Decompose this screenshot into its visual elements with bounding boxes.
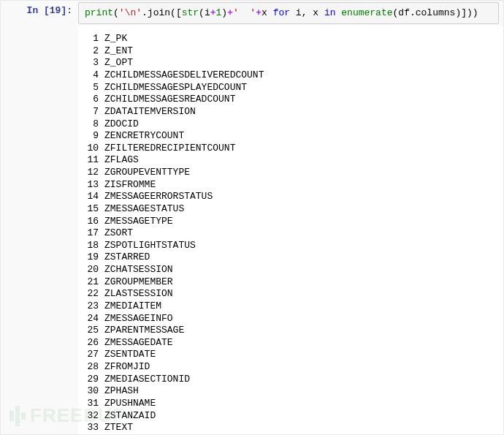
output-line-number: 5 <box>84 82 104 94</box>
output-line: 10ZFILTEREDRECIPIENTCOUNT <box>84 143 497 155</box>
code-token: x <box>313 7 318 18</box>
output-line-number: 13 <box>84 179 104 192</box>
output-line-value: ZMEDIAITEM <box>104 300 161 313</box>
output-line-number: 25 <box>84 325 104 337</box>
code-token <box>318 7 324 18</box>
output-line-number: 8 <box>84 118 104 131</box>
output-line: 14ZMESSAGEERRORSTATUS <box>84 191 497 203</box>
code-token: '\n' <box>119 7 142 18</box>
output-line-number: 22 <box>84 288 104 300</box>
output-line-number: 17 <box>84 227 104 240</box>
watermark-bar-icon <box>9 411 14 421</box>
output-line: 19ZSTARRED <box>84 251 497 264</box>
output-line-value: ZDOCID <box>104 118 139 131</box>
output-line-value: ZLASTSESSION <box>104 288 173 300</box>
watermark-bar-icon <box>21 412 26 420</box>
code-token: enumerate <box>341 7 392 18</box>
output-line-value: ZDATAITEMVERSION <box>104 106 196 118</box>
output-line-value: ZGROUPMEMBER <box>104 276 173 289</box>
output-line: 27ZSENTDATE <box>84 349 497 361</box>
code-token: . <box>410 7 416 18</box>
output-line-value: ZMESSAGEDATE <box>104 337 173 349</box>
output-line: 29ZMEDIASECTIONID <box>84 374 497 386</box>
output-line-value: ZMESSAGESTATUS <box>104 203 184 216</box>
output-line: 13ZISFROMME <box>84 179 497 192</box>
output-line-number: 2 <box>84 45 104 58</box>
code-token <box>290 7 296 18</box>
output-line: 12ZGROUPEVENTTYPE <box>84 167 497 179</box>
code-input[interactable]: print('\n'.join([str(i+1)+' '+x for i, x… <box>78 2 499 24</box>
output-line-value: ZENCRETRYCOUNT <box>104 130 184 143</box>
output-line-value: Z_PK <box>104 33 127 45</box>
output-line-number: 16 <box>84 216 104 228</box>
code-token: join <box>148 7 170 18</box>
output-line: 8ZDOCID <box>84 118 497 131</box>
output-line-number: 26 <box>84 337 104 349</box>
output-line-value: ZMESSAGEERRORSTATUS <box>104 191 213 203</box>
output-prompt <box>1 26 78 435</box>
code-token: ( <box>199 7 205 18</box>
output-line-value: ZCHATSESSION <box>104 264 173 276</box>
output-line-value: ZCHILDMESSAGESREADCOUNT <box>104 94 235 106</box>
output-line: 22ZLASTSESSION <box>84 288 497 300</box>
output-line-value: ZSENTDATE <box>104 349 156 361</box>
output-line-value: ZFROMJID <box>104 361 150 374</box>
watermark: FREEBUF <box>9 404 125 427</box>
output-line-value: ZFLAGS <box>104 154 139 167</box>
output-line-value: Z_OPT <box>104 57 133 69</box>
code-token: i <box>205 7 210 18</box>
output-line: 1Z_PK <box>84 33 497 45</box>
output-line-number: 29 <box>84 374 104 386</box>
output-line-value: ZSPOTLIGHTSTATUS <box>104 240 196 252</box>
output-line-number: 20 <box>84 264 104 276</box>
output-line: 31ZPUSHNAME <box>84 398 497 410</box>
output-line: 21ZGROUPMEMBER <box>84 276 497 289</box>
output-line-value: ZSORT <box>104 227 133 240</box>
code-token <box>267 7 273 18</box>
output-line-number: 3 <box>84 57 104 69</box>
code-token: print <box>85 7 113 18</box>
output-line-number: 7 <box>84 106 104 118</box>
output-line: 30ZPHASH <box>84 385 497 398</box>
output-line-number: 15 <box>84 203 104 216</box>
output-line-number: 1 <box>84 33 104 45</box>
output-line: 33ZTEXT <box>84 422 497 434</box>
output-line-number: 19 <box>84 251 104 264</box>
output-line-value: ZGROUPEVENTTYPE <box>104 167 190 179</box>
output-line-value: ZPHASH <box>104 385 139 398</box>
watermark-bar-icon <box>15 406 20 426</box>
output-line-value: ZFILTEREDRECIPIENTCOUNT <box>104 143 235 155</box>
code-token: x <box>261 7 267 18</box>
code-token: for <box>273 7 290 18</box>
output-line-value: ZSTARRED <box>104 251 150 264</box>
output-line-value: ZCHILDMESSAGESDELIVEREDCOUNT <box>104 69 264 82</box>
output-line-value: Z_ENT <box>104 45 133 58</box>
output-line: 11ZFLAGS <box>84 154 497 167</box>
code-token: str <box>182 7 199 18</box>
output-line-number: 27 <box>84 349 104 361</box>
output-line-value: ZISFROMME <box>104 179 156 192</box>
code-token: , <box>302 7 313 18</box>
output-line: 2Z_ENT <box>84 45 497 58</box>
output-line: 15ZMESSAGESTATUS <box>84 203 497 216</box>
output-line-number: 23 <box>84 300 104 313</box>
output-line-number: 9 <box>84 130 104 143</box>
output-line: 28ZFROMJID <box>84 361 497 374</box>
code-token: + <box>227 7 233 18</box>
output-line-value: ZMESSAGETYPE <box>104 216 173 228</box>
code-token: df <box>398 7 410 18</box>
output-line: 18ZSPOTLIGHTSTATUS <box>84 240 497 252</box>
code-token: + <box>256 7 261 18</box>
output-line-value: ZMEDIASECTIONID <box>104 374 190 386</box>
output-line: 26ZMESSAGEDATE <box>84 337 497 349</box>
code-token: )])) <box>455 7 478 18</box>
output-line-number: 6 <box>84 94 104 106</box>
input-cell: In [19]: print('\n'.join([str(i+1)+' '+x… <box>1 1 503 26</box>
output-line: 16ZMESSAGETYPE <box>84 216 497 228</box>
output-line-number: 30 <box>84 385 104 398</box>
output-line: 25ZPARENTMESSAGE <box>84 325 497 337</box>
code-token: ) <box>221 7 227 18</box>
code-token: . <box>142 7 148 18</box>
output-line: 3Z_OPT <box>84 57 497 69</box>
code-token: i <box>296 7 302 18</box>
